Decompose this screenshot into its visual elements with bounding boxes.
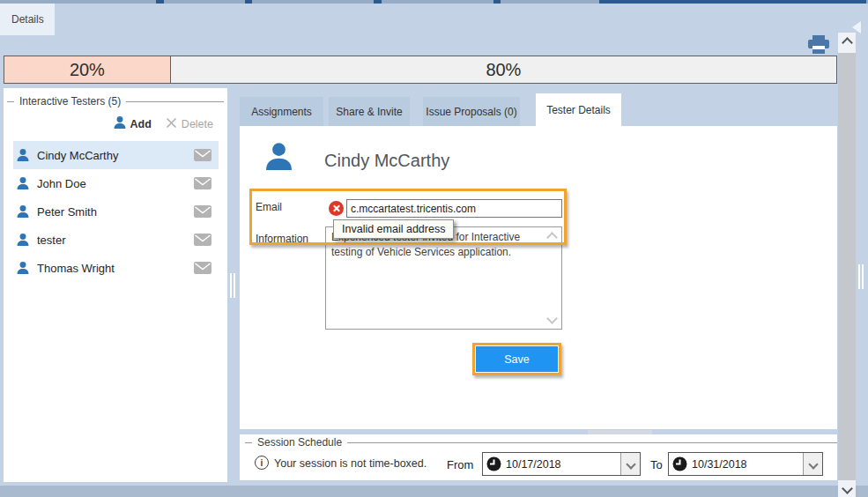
tab-tester-details[interactable]: Tester Details bbox=[536, 93, 621, 126]
email-input[interactable] bbox=[346, 199, 562, 218]
delete-tester-button[interactable]: Delete bbox=[166, 117, 213, 131]
top-window-edge bbox=[0, 0, 868, 4]
tab-issue-proposals[interactable]: Issue Proposals (0) bbox=[423, 97, 520, 126]
progress-left-label: 20% bbox=[70, 60, 105, 80]
envelope-icon[interactable] bbox=[194, 234, 211, 246]
to-date-value: 10/31/2018 bbox=[692, 458, 803, 471]
to-dropdown-button[interactable] bbox=[803, 453, 822, 475]
delete-label: Delete bbox=[182, 118, 213, 130]
person-icon bbox=[17, 234, 29, 246]
scroll-down-icon[interactable] bbox=[546, 313, 558, 324]
tab-label: Share & Invite bbox=[336, 106, 402, 118]
tester-row[interactable]: John Doe bbox=[13, 169, 219, 197]
tester-row[interactable]: Peter Smith bbox=[13, 197, 219, 226]
testers-group-header: Interactive Testers (5) bbox=[7, 95, 224, 108]
email-error-tooltip: Invalid email address bbox=[333, 219, 454, 239]
progress-left: 20% bbox=[4, 56, 171, 83]
testers-toolbar: Add Delete bbox=[114, 116, 213, 131]
tab-label: Tester Details bbox=[546, 104, 611, 116]
to-label: To bbox=[650, 458, 663, 471]
email-label: Email bbox=[256, 201, 282, 213]
interactive-testers-panel: Interactive Testers (5) Add Delete bbox=[4, 88, 227, 482]
person-icon bbox=[17, 177, 29, 189]
person-icon bbox=[17, 205, 29, 218]
scrollbar-thumb[interactable] bbox=[838, 53, 856, 480]
vertical-scrollbar[interactable] bbox=[838, 33, 856, 497]
from-date-value: 10/17/2018 bbox=[506, 458, 620, 471]
information-label: Information bbox=[256, 233, 308, 245]
exploratory-session-window: Details 20% 80% Interactive Testers (5) bbox=[0, 0, 868, 497]
panel-splitter-handle[interactable] bbox=[230, 273, 236, 298]
from-label: From bbox=[447, 458, 473, 471]
from-date-picker[interactable]: 10/17/2018 bbox=[482, 452, 641, 476]
save-button[interactable]: Save bbox=[476, 346, 558, 372]
tester-row[interactable]: Thomas Wright bbox=[13, 254, 219, 282]
add-person-icon bbox=[114, 116, 126, 131]
tester-row[interactable]: Cindy McCarthy bbox=[13, 141, 219, 169]
save-button-label: Save bbox=[504, 353, 530, 366]
tester-row[interactable]: tester bbox=[13, 226, 219, 254]
tester-name: Thomas Wright bbox=[37, 262, 194, 275]
envelope-icon[interactable] bbox=[194, 262, 211, 274]
session-schedule-header: Session Schedule bbox=[245, 436, 837, 449]
tab-share-invite[interactable]: Share & Invite bbox=[329, 97, 410, 126]
tester-avatar-icon bbox=[264, 142, 293, 174]
add-tester-button[interactable]: Add bbox=[114, 116, 152, 131]
clock-icon bbox=[672, 456, 687, 471]
progress-right: 80% bbox=[171, 56, 836, 83]
person-icon bbox=[17, 149, 29, 161]
testers-group-title: Interactive Testers (5) bbox=[19, 95, 121, 108]
tester-name: John Doe bbox=[37, 177, 194, 190]
scrollbar-down-button[interactable] bbox=[838, 480, 856, 497]
tester-details-title: Cindy McCarthy bbox=[324, 151, 449, 171]
person-icon bbox=[17, 262, 29, 274]
progress-right-label: 80% bbox=[486, 60, 521, 80]
delete-x-icon bbox=[166, 117, 177, 131]
collapse-arrow-icon[interactable] bbox=[852, 21, 861, 33]
tester-list: Cindy McCarthy John Doe Peter Smith test… bbox=[4, 141, 227, 282]
to-date-picker[interactable]: 10/31/2018 bbox=[668, 452, 823, 476]
details-tab-label: Details bbox=[11, 13, 44, 26]
scrollbar-up-button[interactable] bbox=[838, 33, 856, 53]
timebox-info-text: Your session is not time-boxed. bbox=[274, 457, 427, 470]
envelope-icon[interactable] bbox=[194, 205, 211, 218]
clock-icon bbox=[486, 456, 501, 471]
session-schedule-title: Session Schedule bbox=[257, 436, 342, 449]
session-progress-bar: 20% 80% bbox=[4, 56, 837, 84]
tester-details-panel: Cindy McCarthy Email Information Experie… bbox=[240, 126, 837, 429]
from-dropdown-button[interactable] bbox=[620, 453, 640, 475]
add-label: Add bbox=[130, 118, 152, 130]
tester-name: Peter Smith bbox=[37, 205, 194, 219]
validation-error-icon bbox=[329, 201, 344, 216]
tester-name: Cindy McCarthy bbox=[37, 149, 194, 162]
session-schedule-panel: Session Schedule i Your session is not t… bbox=[240, 434, 837, 480]
tab-label: Assignments bbox=[251, 106, 312, 118]
bottom-window-edge bbox=[0, 486, 868, 497]
tab-label: Issue Proposals (0) bbox=[426, 106, 516, 118]
tester-name: tester bbox=[37, 234, 194, 247]
envelope-icon[interactable] bbox=[194, 149, 211, 161]
details-tab[interactable]: Details bbox=[0, 4, 55, 35]
tab-assignments[interactable]: Assignments bbox=[240, 97, 323, 126]
information-textarea[interactable]: Experienced tester invited for Interacti… bbox=[325, 226, 562, 330]
envelope-icon[interactable] bbox=[194, 177, 211, 189]
info-icon: i bbox=[255, 456, 269, 470]
right-splitter-handle[interactable] bbox=[858, 264, 864, 289]
